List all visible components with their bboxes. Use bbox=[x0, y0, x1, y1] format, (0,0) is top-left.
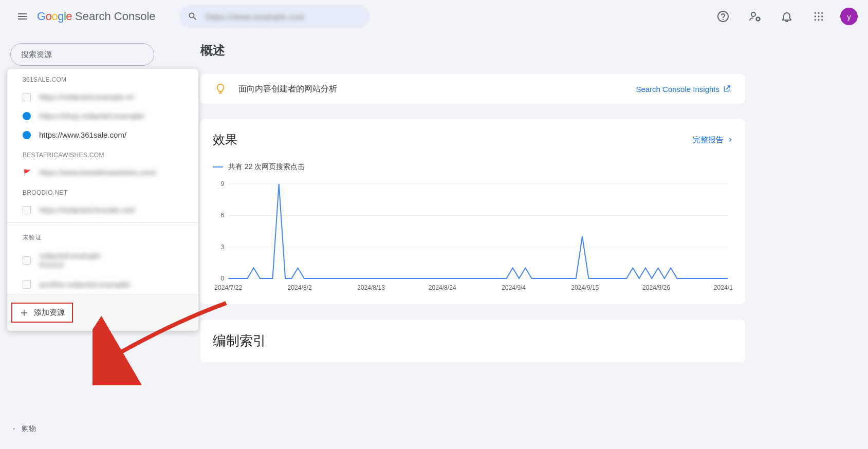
svg-point-11 bbox=[821, 19, 823, 21]
svg-point-3 bbox=[815, 12, 816, 14]
property-label: https://www.361sale.com/ bbox=[39, 130, 126, 139]
favicon-icon bbox=[23, 256, 31, 265]
property-label: another.redacted.example/ bbox=[39, 280, 131, 289]
property-label: https://shop.redacted.example/ bbox=[39, 111, 144, 120]
svg-point-2 bbox=[756, 17, 760, 21]
bell-icon bbox=[781, 10, 793, 23]
apps-icon bbox=[814, 11, 824, 22]
svg-text:2024/9/15: 2024/9/15 bbox=[571, 284, 599, 291]
property-label: https://redacted.example.m/ bbox=[39, 92, 134, 101]
caret-down-icon bbox=[11, 426, 16, 432]
property-search[interactable]: 搜索资源 bbox=[10, 43, 154, 66]
help-icon bbox=[717, 10, 729, 23]
svg-point-10 bbox=[818, 19, 819, 21]
divider bbox=[7, 222, 198, 223]
add-property-button[interactable]: 添加资源 bbox=[11, 303, 73, 323]
svg-point-1 bbox=[751, 12, 755, 16]
full-report-link[interactable]: 完整报告 bbox=[693, 135, 733, 145]
hamburger-icon bbox=[16, 10, 29, 23]
insights-link[interactable]: Search Console Insights bbox=[636, 85, 731, 93]
svg-point-4 bbox=[818, 12, 819, 14]
svg-point-5 bbox=[821, 12, 823, 14]
user-settings-button[interactable] bbox=[745, 6, 765, 27]
svg-point-7 bbox=[818, 15, 819, 17]
performance-chart: 03692024/7/222024/8/22024/8/132024/8/242… bbox=[213, 181, 733, 294]
logo[interactable]: Google Search Console bbox=[37, 10, 156, 23]
avatar[interactable]: y bbox=[840, 8, 858, 25]
chevron-right-icon bbox=[728, 136, 733, 144]
property-item[interactable]: another.redacted.example/ bbox=[7, 275, 198, 294]
svg-text:0: 0 bbox=[221, 275, 225, 282]
banner-text: 面向内容创建者的网站分析 bbox=[238, 84, 623, 95]
chart-legend: 共有 22 次网页搜索点击 bbox=[213, 162, 733, 172]
property-item[interactable]: 🚩 https://www.bestafricawishes.com/ bbox=[7, 163, 198, 182]
svg-text:2024/7/22: 2024/7/22 bbox=[214, 284, 242, 291]
svg-text:2024/9/26: 2024/9/26 bbox=[642, 284, 670, 291]
svg-text:2024/10/7: 2024/10/7 bbox=[714, 284, 733, 291]
property-item[interactable]: https://www.361sale.com/ bbox=[7, 125, 198, 144]
menu-button[interactable] bbox=[10, 4, 35, 29]
property-label: https://redacted.broodio.net/ bbox=[39, 205, 135, 214]
help-button[interactable] bbox=[713, 6, 733, 27]
svg-text:2024/8/2: 2024/8/2 bbox=[288, 284, 312, 291]
open-external-icon bbox=[723, 85, 731, 93]
header-search[interactable]: https://www.example.com bbox=[179, 5, 370, 28]
property-item[interactable]: https://redacted.example.m/ bbox=[7, 87, 198, 106]
legend-label: 共有 22 次网页搜索点击 bbox=[228, 162, 305, 172]
property-sublabel: 网域资源 bbox=[39, 261, 100, 270]
property-item[interactable]: https://redacted.broodio.net/ bbox=[7, 200, 198, 219]
search-value: https://www.example.com bbox=[206, 12, 305, 21]
favicon-icon bbox=[23, 93, 31, 101]
performance-card: 效果 完整报告 共有 22 次网页搜索点击 03692024/7/222024/… bbox=[200, 119, 745, 304]
performance-title: 效果 bbox=[213, 132, 237, 148]
plus-icon bbox=[20, 308, 29, 317]
sidebar-item-shopping[interactable]: 购物 bbox=[11, 424, 36, 434]
property-label: https://www.bestafricawishes.com/ bbox=[39, 168, 156, 177]
svg-text:2024/8/13: 2024/8/13 bbox=[357, 284, 385, 291]
property-label: redacted.example bbox=[39, 251, 100, 260]
property-dropdown: 361SALE.COM https://redacted.example.m/ … bbox=[7, 69, 198, 331]
search-icon bbox=[188, 11, 198, 22]
dd-section-title: BROODIO.NET bbox=[7, 182, 198, 200]
property-item[interactable]: redacted.example 网域资源 bbox=[7, 246, 198, 275]
lightbulb-icon bbox=[215, 83, 226, 95]
svg-text:2024/8/24: 2024/8/24 bbox=[429, 284, 456, 291]
svg-point-9 bbox=[815, 19, 816, 21]
svg-text:3: 3 bbox=[221, 244, 225, 251]
svg-text:2024/9/4: 2024/9/4 bbox=[502, 284, 526, 291]
legend-swatch bbox=[213, 166, 223, 167]
apps-button[interactable] bbox=[808, 6, 829, 27]
notifications-button[interactable] bbox=[777, 6, 797, 27]
dd-section-title: 未验证 bbox=[7, 226, 198, 246]
dd-section-title: 361SALE.COM bbox=[7, 69, 198, 87]
index-card: 编制索引 bbox=[200, 320, 745, 362]
logo-google: Google bbox=[37, 10, 72, 23]
svg-text:6: 6 bbox=[221, 212, 225, 219]
favicon-icon bbox=[23, 280, 31, 289]
index-title: 编制索引 bbox=[213, 332, 733, 350]
page-title: 概述 bbox=[200, 42, 868, 59]
svg-point-8 bbox=[821, 15, 823, 17]
favicon-icon bbox=[23, 112, 31, 120]
insights-banner: 面向内容创建者的网站分析 Search Console Insights bbox=[200, 74, 745, 104]
svg-point-6 bbox=[815, 15, 816, 17]
property-item[interactable]: https://shop.redacted.example/ bbox=[7, 106, 198, 125]
svg-text:9: 9 bbox=[221, 181, 225, 188]
property-search-placeholder: 搜索资源 bbox=[21, 50, 52, 60]
favicon-icon: 🚩 bbox=[23, 169, 31, 177]
favicon-icon bbox=[23, 206, 31, 214]
logo-text: Search Console bbox=[75, 10, 156, 23]
favicon-icon bbox=[23, 131, 31, 139]
dd-section-title: BESTAFRICAWISHES.COM bbox=[7, 144, 198, 163]
user-settings-icon bbox=[749, 10, 761, 23]
add-property-label: 添加资源 bbox=[34, 308, 65, 317]
